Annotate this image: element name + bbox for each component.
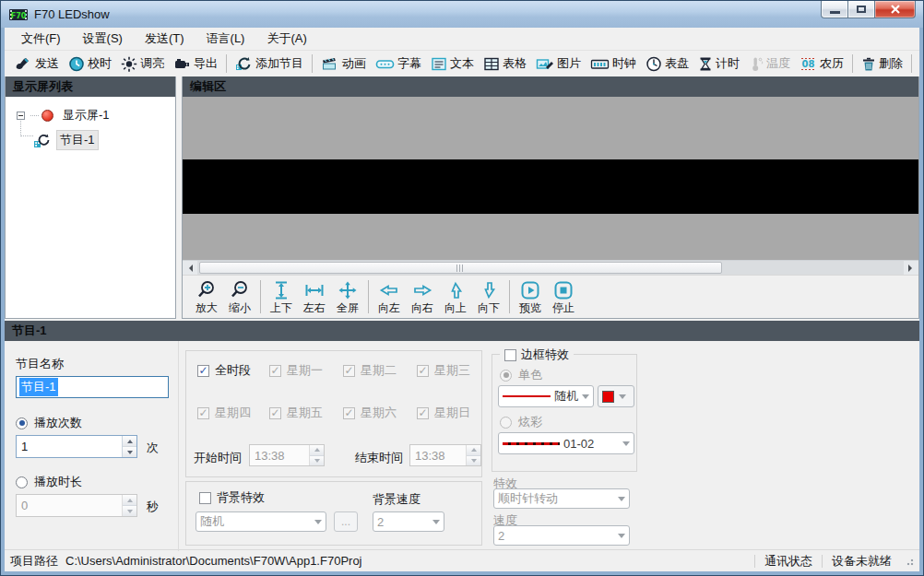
toolbar-label: 表格: [503, 55, 527, 72]
toolbar-add-program-button[interactable]: 添加节目: [231, 53, 308, 74]
border-color-picker[interactable]: [598, 385, 634, 407]
move-right-button[interactable]: 向右: [406, 280, 439, 313]
toolbar-delete-button[interactable]: 删除: [857, 53, 907, 74]
background-more-button[interactable]: ...: [334, 511, 358, 532]
stretch-vertical-button[interactable]: 上下: [265, 280, 298, 313]
multi-color-dropdown[interactable]: 01-02: [498, 432, 634, 454]
all-day-checkbox[interactable]: ✓: [197, 365, 209, 377]
toolbar-picture-button[interactable]: 图片: [531, 53, 586, 74]
toolbar-text-button[interactable]: 文本: [426, 53, 479, 74]
toolbar-timer-button[interactable]: 计时: [693, 53, 744, 74]
stretch-horizontal-icon: [303, 280, 326, 300]
toolbar-animation-button[interactable]: 动画: [316, 53, 371, 74]
program-name-input[interactable]: 节目-1: [16, 376, 169, 398]
move-left-button[interactable]: 向左: [373, 280, 406, 313]
end-time-spinner[interactable]: 13:38: [409, 444, 481, 466]
chevron-down-icon: [622, 441, 630, 450]
window-content: 文件(F) 设置(S) 发送(T) 语言(L) 关于(A) 发送 校时 调亮 导…: [5, 28, 919, 571]
move-up-button[interactable]: 向上: [439, 280, 472, 313]
preview-canvas[interactable]: [183, 97, 918, 260]
spinner-up-button[interactable]: [467, 445, 480, 456]
stop-button[interactable]: 停止: [547, 280, 580, 313]
border-effect-type-dropdown[interactable]: 顺时针转动: [493, 488, 630, 509]
menu-settings[interactable]: 设置(S): [72, 28, 134, 50]
tree-item-program[interactable]: 节目-1: [56, 130, 99, 150]
check-icon: ✓: [270, 407, 279, 418]
resize-grip-icon[interactable]: [905, 557, 914, 566]
background-speed-dropdown[interactable]: 2: [373, 511, 444, 532]
play-count-spinner[interactable]: 1: [16, 435, 137, 458]
toolbar-lunar-button[interactable]: 08 农历: [795, 53, 848, 74]
friday-checkbox[interactable]: ✓: [269, 407, 281, 419]
svg-text:F70: F70: [11, 11, 27, 19]
maximize-button[interactable]: [848, 1, 875, 18]
toolbar-brightness-button[interactable]: 调亮: [116, 53, 169, 74]
tool-label: 预览: [519, 302, 541, 313]
spinner-up-button[interactable]: [310, 445, 324, 456]
wednesday-checkbox[interactable]: ✓: [417, 365, 429, 377]
toolbar-temperature-button[interactable]: 温度: [744, 53, 795, 74]
preview-button[interactable]: 预览: [514, 280, 547, 313]
menu-about[interactable]: 关于(A): [255, 28, 317, 50]
title-bar[interactable]: F70 F70 LEDshow: [1, 1, 923, 28]
toolbar-export-button[interactable]: 导出: [169, 53, 222, 74]
background-effect-checkbox[interactable]: [199, 492, 211, 504]
toolbar-timesync-button[interactable]: 校时: [64, 53, 116, 74]
spinner-up-button[interactable]: [123, 495, 136, 506]
stretch-horizontal-button[interactable]: 左右: [298, 280, 331, 313]
start-time-spinner[interactable]: 13:38: [249, 444, 325, 466]
spinner-down-button[interactable]: [467, 456, 480, 466]
toolbar-clock-dial-button[interactable]: 表盘: [641, 53, 693, 74]
tree-collapse-icon[interactable]: [17, 112, 25, 120]
single-color-effect-dropdown[interactable]: 随机: [498, 385, 594, 407]
friday-label: 星期五: [287, 405, 323, 421]
play-duration-radio[interactable]: [16, 476, 28, 488]
edit-area-header: 编辑区: [183, 76, 918, 97]
status-bar: 项目路径 C:\Users\Administrator\Documents\F7…: [5, 549, 919, 571]
background-effect-dropdown[interactable]: 随机: [195, 511, 326, 532]
tool-label: 全屏: [337, 302, 359, 313]
multi-color-radio[interactable]: [500, 417, 512, 429]
play-count-radio[interactable]: [16, 417, 28, 429]
menu-file[interactable]: 文件(F): [10, 28, 72, 50]
toolbar-send-button[interactable]: 发送: [10, 53, 64, 74]
play-count-label: 播放次数: [34, 415, 82, 431]
toolbar-digital-clock-button[interactable]: 时钟: [586, 53, 641, 74]
tuesday-checkbox[interactable]: ✓: [343, 365, 355, 377]
close-button[interactable]: [875, 1, 916, 18]
border-effect-checkbox[interactable]: [504, 349, 516, 361]
menu-send[interactable]: 发送(T): [134, 28, 195, 50]
spinner-down-button[interactable]: [310, 456, 324, 466]
thursday-checkbox[interactable]: ✓: [197, 407, 209, 419]
toolbar-label: 发送: [35, 55, 59, 72]
toolbar-label: 校时: [88, 55, 112, 72]
zoom-out-button[interactable]: 缩小: [223, 280, 256, 313]
saturday-checkbox[interactable]: ✓: [343, 407, 355, 419]
border-speed-value: 2: [498, 529, 618, 543]
spinner-down-button[interactable]: [123, 447, 136, 457]
toolbar-table-button[interactable]: 表格: [479, 53, 531, 74]
zoom-in-button[interactable]: 放大: [190, 280, 223, 313]
move-down-button[interactable]: 向下: [472, 280, 505, 313]
minimize-button[interactable]: [821, 1, 848, 18]
sunday-checkbox[interactable]: ✓: [417, 407, 429, 419]
scrollbar-thumb[interactable]: [199, 262, 722, 274]
weekday-checkbox-row: ✓ 星期二: [343, 362, 397, 379]
border-speed-dropdown[interactable]: 2: [493, 525, 630, 546]
tree-item-screen[interactable]: 显示屏-1: [60, 106, 113, 124]
delete-icon: [861, 56, 876, 72]
toolbar-marquee-button[interactable]: 字幕: [371, 53, 426, 74]
scroll-left-button[interactable]: [183, 261, 197, 275]
scroll-right-button[interactable]: [904, 261, 918, 275]
menu-language[interactable]: 语言(L): [195, 28, 256, 50]
monday-checkbox[interactable]: ✓: [269, 365, 281, 377]
play-duration-spinner[interactable]: 0: [16, 494, 137, 517]
edit-area-panel: 编辑区 放大: [182, 76, 919, 319]
horizontal-scrollbar[interactable]: [183, 260, 918, 275]
single-color-radio[interactable]: [500, 370, 512, 382]
fullscreen-button[interactable]: 全屏: [331, 280, 364, 313]
led-screen-band[interactable]: [183, 159, 918, 214]
spinner-down-button[interactable]: [123, 506, 136, 516]
spinner-up-button[interactable]: [123, 436, 136, 447]
scrollbar-track[interactable]: [197, 261, 904, 275]
